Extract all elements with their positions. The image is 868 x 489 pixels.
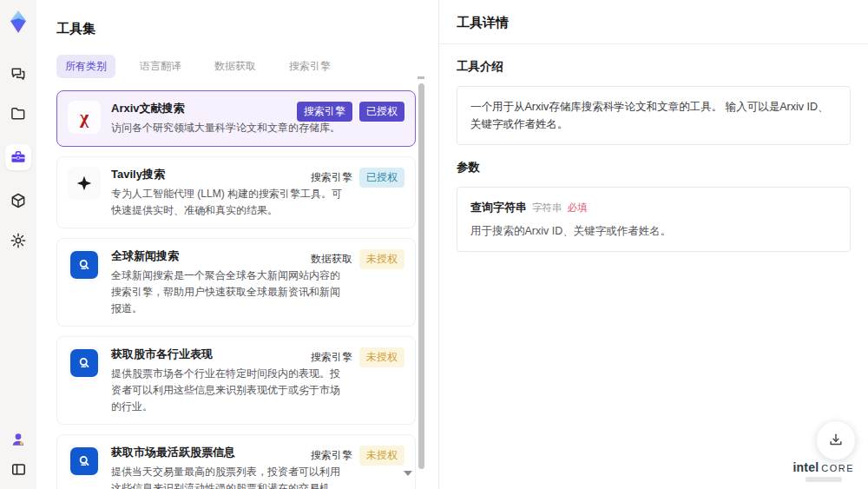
- tavily-star-icon: [76, 175, 93, 192]
- tab-2[interactable]: 数据获取: [206, 55, 265, 78]
- toolbox-icon[interactable]: [5, 144, 31, 170]
- tool-auth-badge: 未授权: [359, 446, 404, 466]
- package-icon[interactable]: [9, 191, 28, 210]
- intro-card: 一个用于从Arxiv存储库搜索科学论文和文章的工具。 输入可以是Arxiv ID…: [457, 86, 851, 145]
- category-tabs: 所有类别语言翻译数据获取搜索引擎: [56, 55, 438, 78]
- tool-category-badge: 搜索引擎: [311, 350, 352, 365]
- param-description: 用于搜索的Arxiv ID、关键字或作者姓名。: [470, 223, 837, 240]
- detail-title: 工具详情: [439, 0, 868, 44]
- scrollbar-thumb[interactable]: [418, 83, 424, 469]
- sidebar-rail: [0, 0, 36, 489]
- tool-icon: [68, 248, 101, 281]
- param-card: 查询字符串字符串必填 用于搜索的Arxiv ID、关键字或作者姓名。: [457, 187, 851, 252]
- search-app-icon: [70, 349, 98, 377]
- tool-detail-panel: 工具详情 工具介绍 一个用于从Arxiv存储库搜索科学论文和文章的工具。 输入可…: [438, 0, 868, 489]
- search-app-icon: [70, 447, 98, 475]
- search-app-icon: [70, 251, 98, 279]
- app-logo-icon[interactable]: [5, 9, 31, 35]
- tool-icon: [68, 167, 101, 200]
- brand-core: CORE: [821, 463, 854, 473]
- chat-icon[interactable]: [9, 64, 28, 83]
- tool-description: 提供当天交易量最高的股票列表，投资者可以利用这些信息来识别流动性强的股票和潜在的…: [111, 464, 347, 489]
- brand-intel: intel: [792, 460, 819, 474]
- tab-3[interactable]: 搜索引擎: [280, 55, 339, 78]
- tool-category-badge: 搜索引擎: [311, 448, 352, 463]
- download-icon: [827, 432, 845, 449]
- tool-row[interactable]: Tavily搜索 专为人工智能代理 (LLM) 构建的搜索引擎工具。可快速提供实…: [56, 156, 416, 228]
- scrollbar-top: [418, 76, 424, 79]
- arxiv-icon: χ: [80, 106, 89, 129]
- brand-subtext: [806, 477, 842, 482]
- tool-auth-badge: 未授权: [359, 249, 404, 269]
- tool-category-badge: 数据获取: [311, 252, 352, 267]
- tool-description: 全球新闻搜索是一个聚合全球各大新闻网站内容的搜索引擎，帮助用户快速获取全球最新资…: [111, 268, 347, 316]
- tool-list: χ Arxiv文献搜索 访问各个研究领域大量科学论文和文章的存储库。 搜索引擎 …: [56, 90, 416, 489]
- tool-icon: χ: [68, 101, 101, 134]
- tool-category-badge: 搜索引擎: [297, 102, 352, 122]
- tool-row[interactable]: 全球新闻搜索 全球新闻搜索是一个聚合全球各大新闻网站内容的搜索引擎，帮助用户快速…: [56, 238, 416, 327]
- tool-icon: [68, 347, 101, 380]
- folder-icon[interactable]: [9, 104, 28, 123]
- param-type: 字符串: [532, 202, 562, 213]
- tool-row[interactable]: 获取股市各行业表现 提供股票市场各个行业在特定时间段内的表现。投资者可以利用这些…: [56, 336, 416, 425]
- tab-1[interactable]: 语言翻译: [131, 55, 190, 78]
- params-heading: 参数: [457, 160, 851, 175]
- intel-core-logo: intel CORE: [792, 460, 854, 482]
- tool-auth-badge: 已授权: [359, 102, 404, 122]
- tool-description: 提供股票市场各个行业在特定时间段内的表现。投资者可以利用这些信息来识别表现优于或…: [111, 366, 347, 414]
- param-name: 查询字符串: [470, 201, 527, 214]
- scroll-down-icon[interactable]: [404, 471, 412, 476]
- tool-category-badge: 搜索引擎: [311, 170, 352, 185]
- page-title: 工具集: [56, 21, 438, 37]
- panel-toggle-icon[interactable]: [9, 459, 28, 479]
- settings-gear-icon[interactable]: [9, 231, 28, 250]
- user-avatar-icon[interactable]: [9, 430, 28, 449]
- tool-auth-badge: 未授权: [359, 347, 404, 367]
- tool-description: 专为人工智能代理 (LLM) 构建的搜索引擎工具。可快速提供实时、准确和真实的结…: [111, 186, 347, 218]
- tab-0[interactable]: 所有类别: [56, 55, 115, 78]
- toolset-panel: 工具集 所有类别语言翻译数据获取搜索引擎 χ Arxiv文献搜索 访问各个研究领…: [36, 0, 438, 489]
- tool-row[interactable]: 获取市场最活跃股票信息 提供当天交易量最高的股票列表，投资者可以利用这些信息来识…: [56, 434, 416, 489]
- intro-heading: 工具介绍: [457, 59, 851, 75]
- tool-icon: [68, 445, 101, 478]
- tool-auth-badge: 已授权: [359, 168, 404, 188]
- param-required-flag: 必填: [568, 202, 588, 213]
- tool-description: 访问各个研究领域大量科学论文和文章的存储库。: [111, 120, 347, 136]
- download-button[interactable]: [816, 420, 856, 460]
- tool-row[interactable]: χ Arxiv文献搜索 访问各个研究领域大量科学论文和文章的存储库。 搜索引擎 …: [56, 90, 416, 147]
